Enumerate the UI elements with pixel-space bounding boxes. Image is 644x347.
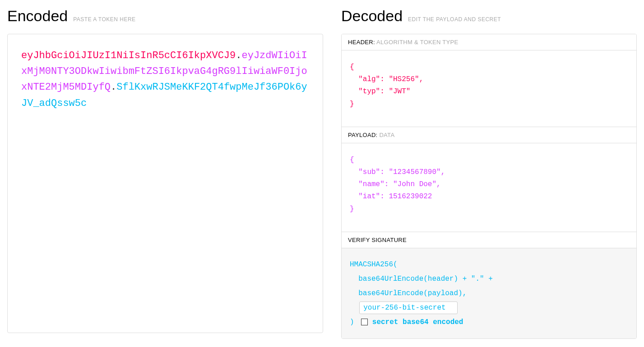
decoded-panel: HEADER: ALGORITHM & TOKEN TYPE { "alg": … <box>341 34 637 339</box>
secret-input[interactable] <box>359 301 458 314</box>
encoded-subtitle: PASTE A TOKEN HERE <box>73 16 135 23</box>
payload-section-bar: PAYLOAD: DATA <box>342 127 636 143</box>
encoded-header: Encoded PASTE A TOKEN HERE <box>7 7 323 25</box>
payload-sublabel: DATA <box>379 132 394 138</box>
token-dot-1: . <box>236 50 241 61</box>
verify-section: VERIFY SIGNATURE HMACSHA256( base64UrlEn… <box>342 232 636 338</box>
base64-checkbox[interactable] <box>361 319 368 325</box>
verify-close-paren: ) <box>350 318 358 326</box>
token-dot-2: . <box>111 82 116 93</box>
verify-line-3: base64UrlEncode(payload), <box>350 286 628 301</box>
header-sublabel: ALGORITHM & TOKEN TYPE <box>376 39 458 46</box>
encoded-title: Encoded <box>7 7 68 25</box>
decoded-subtitle: EDIT THE PAYLOAD AND SECRET <box>408 16 501 23</box>
header-json-editor[interactable]: { "alg": "HS256", "typ": "JWT" } <box>342 50 636 127</box>
verify-section-bar: VERIFY SIGNATURE <box>342 232 636 248</box>
decoded-header: Decoded EDIT THE PAYLOAD AND SECRET <box>341 7 637 25</box>
encoded-token-input[interactable]: eyJhbGciOiJIUzI1NiIsInR5cCI6IkpXVCJ9.eyJ… <box>7 34 323 333</box>
payload-label: PAYLOAD: <box>348 132 378 138</box>
header-section: HEADER: ALGORITHM & TOKEN TYPE { "alg": … <box>342 34 636 127</box>
verify-content: HMACSHA256( base64UrlEncode(header) + ".… <box>342 248 636 338</box>
payload-json-editor[interactable]: { "sub": "1234567890", "name": "John Doe… <box>342 143 636 232</box>
verify-line-2: base64UrlEncode(header) + "." + <box>350 272 628 286</box>
header-label: HEADER: <box>348 39 375 46</box>
decoded-title: Decoded <box>341 7 403 25</box>
base64-checkbox-label: secret base64 encoded <box>372 318 463 326</box>
token-header-part: eyJhbGciOiJIUzI1NiIsInR5cCI6IkpXVCJ9 <box>21 50 236 61</box>
payload-section: PAYLOAD: DATA { "sub": "1234567890", "na… <box>342 127 636 232</box>
verify-line-1: HMACSHA256( <box>350 257 628 272</box>
header-section-bar: HEADER: ALGORITHM & TOKEN TYPE <box>342 34 636 50</box>
verify-label: VERIFY SIGNATURE <box>348 237 407 243</box>
